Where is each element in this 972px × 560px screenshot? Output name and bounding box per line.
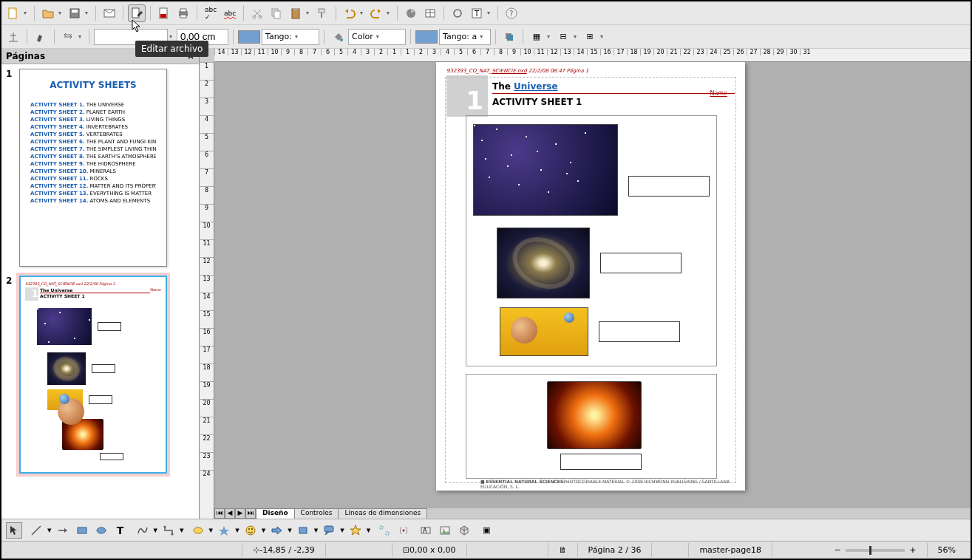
email-button[interactable] [101, 4, 118, 22]
clone-format-button[interactable] [313, 4, 331, 22]
basic-shapes-tool[interactable] [190, 522, 206, 539]
dropdown-icon[interactable]: ▾ [600, 33, 606, 40]
dropdown-icon[interactable]: ▾ [24, 10, 30, 16]
tab-last-icon[interactable]: ⏭ [245, 508, 256, 519]
open-button[interactable] [39, 4, 57, 22]
horizontal-ruler[interactable]: 1413121110987654321123456789101112131415… [214, 49, 971, 62]
paste-button[interactable] [287, 4, 305, 22]
connector-tool[interactable] [160, 522, 177, 539]
distribute-button[interactable]: ⊟ [554, 28, 572, 46]
bucket-fill-button[interactable] [329, 28, 347, 46]
chart-button[interactable] [402, 4, 420, 22]
svg-rect-40 [299, 527, 307, 533]
symbol-shapes-tool[interactable] [216, 522, 232, 539]
planets-image[interactable] [500, 307, 588, 356]
autospell-button[interactable]: abc [221, 4, 239, 22]
new-doc-button[interactable] [4, 4, 22, 22]
zoom-in-icon[interactable]: + [909, 545, 916, 555]
smiley-tool[interactable] [242, 522, 259, 539]
svg-point-37 [246, 526, 255, 535]
dropdown-icon[interactable]: ▾ [360, 10, 366, 16]
ellipse-tool[interactable] [93, 522, 109, 539]
size-cell: ⊡ 0,00 x 0,00 [392, 543, 467, 557]
tab-dimensions[interactable]: Líneas de dimensiones [338, 508, 427, 519]
block-arrows-tool[interactable] [268, 522, 285, 539]
image-tool[interactable] [437, 522, 453, 539]
modified-icon[interactable]: 🗎 [548, 543, 578, 557]
drawing-canvas[interactable]: 932393_CO_NAT_SCIENCIE.oxd 22/2/08 08:47… [214, 62, 971, 508]
tab-controls[interactable]: Controles [294, 508, 339, 519]
rectangle-tool[interactable] [74, 522, 90, 539]
dropdown-icon[interactable]: ▾ [306, 10, 312, 16]
sun-image[interactable] [547, 381, 642, 449]
export-pdf-button[interactable] [155, 4, 173, 22]
redo-button[interactable] [367, 4, 385, 22]
thumbnail-page-1[interactable]: 1 ACTIVITY SHEETS ACTIVITY SHEET 1. THE … [6, 69, 194, 267]
tab-prev-icon[interactable]: ◀ [225, 508, 235, 519]
answer-input[interactable] [628, 176, 710, 197]
cut-button[interactable] [248, 4, 266, 22]
edit-points-tool[interactable] [376, 522, 392, 539]
page-counter[interactable]: Página 2 / 36 [578, 543, 653, 557]
spellcheck-button[interactable]: abc✓ [202, 4, 220, 22]
arrow-tool[interactable] [55, 522, 71, 539]
anchor-button[interactable] [4, 28, 22, 46]
spacing-button[interactable]: ⊞ [581, 28, 599, 46]
svg-rect-41 [324, 526, 333, 532]
dropdown-icon[interactable]: ▾ [169, 33, 175, 40]
answer-input[interactable] [599, 321, 680, 342]
callout-tool[interactable] [321, 522, 337, 539]
line-tool[interactable] [28, 522, 44, 539]
tooltip: Editar archivo [135, 41, 208, 57]
tab-design[interactable]: Diseño [256, 508, 295, 519]
dropdown-icon[interactable]: ▾ [387, 10, 392, 16]
fill-style-2-combo[interactable]: Tango: a▾ [439, 29, 491, 45]
star-tool[interactable] [347, 522, 364, 539]
galaxy-image[interactable] [497, 228, 590, 298]
flowchart-tool[interactable] [295, 522, 311, 539]
copy-button[interactable] [268, 4, 285, 22]
zoom-value[interactable]: 56% [928, 543, 966, 557]
dropdown-icon[interactable]: ▾ [85, 10, 91, 16]
dropdown-icon[interactable]: ▾ [547, 33, 553, 40]
table-button[interactable] [421, 4, 439, 22]
align-obj-button[interactable]: ▦ [528, 28, 546, 46]
extrusion-tool[interactable]: ▣ [478, 522, 495, 539]
save-button[interactable] [66, 4, 84, 22]
dropdown-icon[interactable]: ▾ [574, 33, 580, 40]
master-page-name[interactable]: master-page18 [689, 543, 772, 557]
answer-input[interactable] [600, 253, 682, 273]
tab-next-icon[interactable]: ▶ [235, 508, 245, 519]
highlight-button[interactable] [32, 28, 50, 46]
arrange-button[interactable] [59, 28, 77, 46]
select-tool[interactable] [6, 522, 22, 539]
fill-label-combo[interactable]: Color▾ [348, 29, 406, 45]
dropdown-icon[interactable]: ▾ [58, 10, 64, 16]
text-button[interactable]: T [468, 4, 486, 22]
dropdown-icon[interactable]: ▾ [487, 10, 493, 16]
answer-input[interactable] [560, 454, 642, 470]
stroke-color-swatch[interactable] [238, 30, 260, 44]
stars-image[interactable] [473, 124, 618, 216]
thumbnail-page-2[interactable]: 2 932393_CO_NAT_SCIENCIE.oxd 22/2/08 Pág… [6, 276, 194, 474]
svg-text:T: T [474, 10, 480, 18]
help-button[interactable]: ? [503, 4, 520, 22]
curve-tool[interactable] [135, 522, 151, 539]
fill-color-swatch[interactable] [415, 30, 438, 44]
page-thumbnails[interactable]: 1 ACTIVITY SHEETS ACTIVITY SHEET 1. THE … [1, 64, 199, 519]
undo-button[interactable] [341, 4, 358, 22]
fill-style-1-combo[interactable]: Tango:▾ [262, 29, 319, 45]
3d-tool[interactable] [456, 522, 472, 539]
dropdown-icon[interactable]: ▾ [78, 33, 84, 40]
zoom-slider[interactable]: − + [824, 543, 928, 557]
print-button[interactable] [174, 4, 192, 22]
zoom-out-icon[interactable]: − [835, 545, 841, 555]
fontwork-tool[interactable]: A [418, 522, 434, 539]
circle-button[interactable] [449, 4, 466, 22]
document-page[interactable]: 932393_CO_NAT_SCIENCIE.oxd 22/2/08 08:47… [436, 62, 745, 491]
vertical-ruler[interactable]: 123456789101112131415161718192021222324 [200, 62, 214, 519]
text-tool[interactable]: T [112, 522, 129, 539]
tab-first-icon[interactable]: ⏮ [214, 508, 225, 519]
shadow-button[interactable] [500, 28, 518, 46]
glue-points-tool[interactable] [395, 522, 412, 539]
